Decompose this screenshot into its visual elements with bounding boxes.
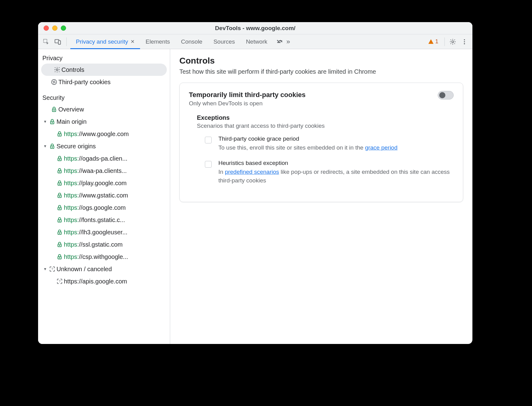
tree-node-unknown[interactable]: ▼ ? Unknown / canceled [38, 263, 170, 275]
tree-node-main-origin[interactable]: ▼ Main origin [38, 115, 170, 128]
exception-checkbox[interactable] [205, 161, 212, 168]
warnings-indicator[interactable]: 1 [428, 38, 441, 45]
titlebar: DevTools - www.google.com/ [38, 22, 472, 34]
lock-icon [55, 241, 64, 248]
svg-point-16 [52, 122, 53, 123]
svg-point-32 [59, 221, 60, 221]
origin-item[interactable]: https://waa-pa.clients... [38, 165, 170, 177]
sidebar-section-privacy: Privacy [38, 52, 170, 64]
lock-icon [55, 155, 64, 162]
tab-network[interactable]: Network [241, 34, 273, 49]
predefined-scenarios-link[interactable]: predefined scenarios [225, 169, 279, 175]
inspect-element-icon[interactable] [41, 37, 51, 47]
more-tabs-button[interactable]: » [273, 34, 293, 49]
origin-item[interactable]: https://www.gstatic.com [38, 189, 170, 201]
lock-icon [55, 253, 64, 260]
lock-icon [55, 180, 64, 186]
devtools-window: DevTools - www.google.com/ Privacy and s… [38, 22, 472, 344]
origin-item[interactable]: https://play.google.com [38, 177, 170, 189]
tab-label: Privacy and security [76, 38, 128, 45]
maximize-window-button[interactable] [61, 25, 66, 31]
origin-url: https://ogads-pa.clien... [64, 155, 127, 162]
close-window-button[interactable] [44, 25, 49, 31]
sidebar-item-label: Overview [58, 106, 84, 113]
sidebar: Privacy Controls Third-party cookies Sec… [38, 49, 170, 344]
gear-icon [53, 66, 61, 73]
tab-elements[interactable]: Elements [140, 34, 175, 49]
exception-title: Third-party cookie grace period [218, 135, 397, 142]
tree-node-secure-origins[interactable]: ▼ Secure origins [38, 140, 170, 152]
lock-icon [48, 118, 57, 125]
card-subtitle: Only when DevTools is open [189, 100, 306, 107]
sidebar-item-label: Third-party cookies [58, 79, 111, 86]
lock-icon [55, 167, 64, 174]
limit-cookies-toggle[interactable] [438, 91, 454, 100]
sidebar-item-third-party-cookies[interactable]: Third-party cookies [38, 76, 170, 88]
grace-period-link[interactable]: grace period [365, 144, 397, 151]
svg-point-14 [54, 110, 54, 111]
tab-privacy-and-security[interactable]: Privacy and security ✕ [70, 34, 140, 49]
exception-grace-period: Third-party cookie grace period To use t… [197, 135, 454, 152]
origin-item[interactable]: https://lh3.googleuser... [38, 226, 170, 238]
exceptions-subtitle: Scenarios that grant access to third-par… [197, 123, 454, 129]
page-heading: Controls [179, 56, 463, 66]
origin-url: https://csp.withgoogle... [64, 253, 128, 260]
origin-url: https://play.google.com [64, 180, 127, 187]
tab-label: Sources [213, 38, 235, 45]
origin-item[interactable]: https://fonts.gstatic.c... [38, 214, 170, 226]
svg-text:?: ? [59, 280, 61, 283]
sidebar-item-controls[interactable]: Controls [41, 64, 167, 76]
tab-console[interactable]: Console [175, 34, 208, 49]
exception-checkbox[interactable] [205, 137, 212, 143]
device-toggle-icon[interactable] [53, 37, 63, 47]
svg-point-38 [59, 257, 60, 258]
lock-icon [50, 106, 58, 113]
origin-item-unknown[interactable]: ? https://apis.google.com [38, 275, 170, 287]
origin-item[interactable]: https://ogads-pa.clien... [38, 152, 170, 165]
exception-heuristics: Heuristics based exception In predefined… [197, 160, 454, 185]
lock-icon [55, 217, 64, 223]
separator [66, 37, 67, 46]
devtools-toolbar: Privacy and security ✕ Elements Console … [38, 34, 472, 49]
lock-icon [55, 229, 64, 236]
svg-point-18 [59, 135, 60, 135]
svg-point-4 [464, 39, 465, 40]
origin-url: https://www.gstatic.com [64, 192, 128, 199]
card-title: Temporarily limit third-party cookies [189, 91, 306, 99]
svg-point-6 [464, 43, 465, 44]
svg-point-36 [59, 245, 60, 246]
sidebar-item-overview[interactable]: Overview [38, 103, 170, 115]
more-options-icon[interactable] [460, 37, 469, 47]
origin-url: https://lh3.googleuser... [64, 229, 127, 236]
disclosure-triangle-icon[interactable]: ▼ [42, 267, 48, 271]
svg-point-34 [59, 233, 60, 233]
tree-node-label: Secure origins [57, 143, 96, 150]
origin-url: https://ssl.gstatic.com [64, 241, 123, 248]
disclosure-triangle-icon[interactable]: ▼ [42, 144, 48, 148]
cookie-icon [50, 79, 58, 85]
exception-title: Heuristics based exception [218, 160, 454, 166]
origin-item[interactable]: https://csp.withgoogle... [38, 251, 170, 263]
svg-point-12 [55, 82, 55, 83]
svg-point-3 [452, 41, 454, 42]
tab-sources[interactable]: Sources [208, 34, 241, 49]
svg-point-26 [59, 184, 60, 184]
svg-point-24 [59, 171, 60, 172]
settings-icon[interactable] [448, 37, 458, 47]
exceptions-section: Exceptions Scenarios that grant access t… [189, 114, 454, 185]
svg-point-7 [56, 69, 58, 71]
settings-card: Temporarily limit third-party cookies On… [179, 83, 463, 202]
disclosure-triangle-icon[interactable]: ▼ [42, 119, 48, 124]
tab-label: Console [181, 38, 202, 45]
exceptions-title: Exceptions [197, 114, 454, 121]
origin-item[interactable]: https://ssl.gstatic.com [38, 238, 170, 251]
origin-item-main[interactable]: https://www.google.com [38, 128, 170, 140]
page-subheading: Test how this site will perform if third… [179, 68, 463, 75]
svg-point-22 [59, 159, 60, 160]
separator [444, 37, 445, 46]
sidebar-section-security: Security [38, 88, 170, 103]
svg-point-9 [53, 81, 53, 82]
close-tab-icon[interactable]: ✕ [131, 39, 135, 45]
origin-item[interactable]: https://ogs.google.com [38, 201, 170, 214]
minimize-window-button[interactable] [52, 25, 57, 31]
